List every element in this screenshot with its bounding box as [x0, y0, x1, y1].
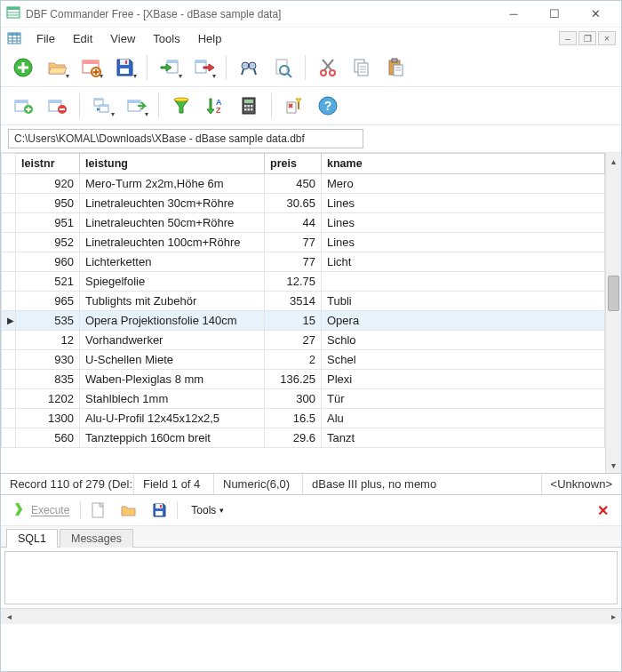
cell-preis[interactable]: 2	[265, 350, 322, 370]
preview-button[interactable]	[267, 52, 298, 83]
file-path-box[interactable]: C:\Users\KOMAL\Downloads\XBase - dBase s…	[8, 129, 363, 148]
paste-button[interactable]	[380, 52, 411, 83]
table-row[interactable]: 560Tanzteppich 160cm breit29.6Tanzt	[2, 428, 605, 448]
cell-preis[interactable]: 16.5	[265, 409, 322, 428]
help-button[interactable]: ?	[313, 91, 343, 121]
delete-record-button[interactable]	[42, 91, 72, 121]
menu-file[interactable]: File	[28, 29, 64, 48]
cell-kname[interactable]: Mero	[322, 174, 605, 194]
cell-leistung[interactable]: Stahlblech 1mm	[80, 389, 265, 409]
table-row[interactable]: 835Waben-Plexiglas 8 mm136.25Plexi	[2, 370, 605, 389]
maximize-button[interactable]: ☐	[534, 1, 575, 28]
sort-button[interactable]: AZ	[200, 91, 230, 121]
structure-button[interactable]	[76, 52, 106, 83]
scroll-right-arrow[interactable]: ▸	[605, 609, 621, 624]
cell-kname[interactable]: Tanzt	[322, 428, 605, 448]
go-button[interactable]	[121, 91, 151, 121]
save-button[interactable]	[109, 52, 140, 83]
scroll-up-arrow[interactable]: ▴	[606, 153, 621, 169]
cell-leistnr[interactable]: 960	[16, 252, 80, 272]
minimize-button[interactable]: ─	[493, 1, 534, 28]
col-kname[interactable]: kname	[322, 154, 605, 174]
cell-leistung[interactable]: U-Schellen Miete	[80, 350, 265, 370]
cell-kname[interactable]: Opera	[322, 311, 605, 331]
horizontal-scrollbar[interactable]: ◂ ▸	[1, 608, 621, 624]
cell-leistung[interactable]: Tublights mit Zubehör	[80, 292, 265, 311]
scroll-down-arrow[interactable]: ▾	[606, 457, 621, 473]
sql-save-button[interactable]	[147, 499, 171, 522]
sql-new-button[interactable]	[86, 499, 111, 522]
mdi-restore-button[interactable]: ❐	[578, 31, 596, 45]
table-row[interactable]: 1202Stahlblech 1mm300Tür	[2, 389, 605, 409]
table-row[interactable]: 12Vorhandwerker27Schlo	[2, 331, 605, 350]
cell-preis[interactable]: 27	[265, 331, 322, 350]
scroll-thumb[interactable]	[608, 276, 619, 311]
tab-messages[interactable]: Messages	[60, 529, 133, 548]
menu-tools[interactable]: Tools	[144, 29, 188, 48]
import-button[interactable]	[155, 52, 185, 83]
sql-close-button[interactable]: ✕	[592, 500, 614, 521]
cell-kname[interactable]: Licht	[322, 252, 605, 272]
table-row[interactable]: 960Lichterketten77Licht	[2, 252, 605, 272]
scroll-track[interactable]	[606, 169, 621, 457]
table-row[interactable]: 951Linetraleuchten 50cm+Röhre44Lines	[2, 213, 605, 233]
cell-leistnr[interactable]: 835	[16, 370, 80, 389]
cell-leistnr[interactable]: 930	[16, 350, 80, 370]
cell-leistnr[interactable]: 1300	[16, 409, 80, 428]
cell-preis[interactable]: 450	[265, 174, 322, 194]
cell-leistnr[interactable]: 965	[16, 292, 80, 311]
cell-leistung[interactable]: Spiegelfolie	[80, 272, 265, 292]
table-row[interactable]: 1300Alu-U-Profil 12x45x12x2,516.5Alu	[2, 409, 605, 428]
export-button[interactable]	[188, 52, 219, 83]
calculate-button[interactable]	[234, 91, 264, 121]
cell-leistung[interactable]: Mero-Turm 2x2m,Höhe 6m	[80, 174, 265, 194]
cell-kname[interactable]: Schel	[322, 350, 605, 370]
sql-tools-dropdown[interactable]: Tools ▾	[183, 500, 232, 520]
menu-help[interactable]: Help	[189, 29, 231, 48]
cut-button[interactable]	[313, 52, 343, 83]
mdi-minimize-button[interactable]: –	[559, 31, 577, 45]
table-row[interactable]: 952Linetraleuchten 100cm+Röhre77Lines	[2, 233, 605, 252]
hscroll-track[interactable]	[17, 609, 605, 624]
sql-open-button[interactable]	[116, 499, 141, 522]
cell-preis[interactable]: 136.25	[265, 370, 322, 389]
cell-leistnr[interactable]: 951	[16, 213, 80, 233]
options-button[interactable]	[279, 91, 309, 121]
table-row[interactable]: 930U-Schellen Miete2Schel	[2, 350, 605, 370]
cell-leistnr[interactable]: 12	[16, 331, 80, 350]
cell-preis[interactable]: 15	[265, 311, 322, 331]
col-leistnr[interactable]: leistnr	[16, 154, 80, 174]
cell-kname[interactable]: Plexi	[322, 370, 605, 389]
cell-preis[interactable]: 300	[265, 389, 322, 409]
table-row[interactable]: 920Mero-Turm 2x2m,Höhe 6m450Mero	[2, 174, 605, 194]
cell-leistnr[interactable]: 952	[16, 233, 80, 252]
cell-kname[interactable]: Schlo	[322, 331, 605, 350]
new-button[interactable]	[8, 52, 38, 83]
header-row[interactable]: leistnr leistung preis kname	[2, 154, 605, 174]
cell-preis[interactable]: 30.65	[265, 194, 322, 213]
cell-kname[interactable]: Tür	[322, 389, 605, 409]
duplicate-button[interactable]	[87, 91, 117, 121]
cell-kname[interactable]	[322, 272, 605, 292]
copy-button[interactable]	[347, 52, 377, 83]
col-preis[interactable]: preis	[265, 154, 322, 174]
cell-leistung[interactable]: Waben-Plexiglas 8 mm	[80, 370, 265, 389]
cell-leistnr[interactable]: 560	[16, 428, 80, 448]
cell-preis[interactable]: 3514	[265, 292, 322, 311]
mdi-close-button[interactable]: ×	[598, 31, 616, 45]
cell-leistung[interactable]: Lichterketten	[80, 252, 265, 272]
scroll-left-arrow[interactable]: ◂	[1, 609, 17, 624]
cell-leistnr[interactable]: 521	[16, 272, 80, 292]
cell-kname[interactable]: Tubli	[322, 292, 605, 311]
execute-button[interactable]: Execute	[8, 500, 75, 521]
cell-leistung[interactable]: Linetraleuchten 30cm+Röhre	[80, 194, 265, 213]
tab-sql1[interactable]: SQL1	[6, 529, 58, 548]
cell-leistnr[interactable]: 1202	[16, 389, 80, 409]
vertical-scrollbar[interactable]: ▴ ▾	[605, 153, 621, 473]
cell-kname[interactable]: Lines	[322, 233, 605, 252]
table-row[interactable]: ▶535Opera Projektionsfolie 140cm15Opera	[2, 311, 605, 331]
cell-leistung[interactable]: Vorhandwerker	[80, 331, 265, 350]
menu-view[interactable]: View	[101, 29, 144, 48]
menu-edit[interactable]: Edit	[64, 29, 101, 48]
col-leistung[interactable]: leistung	[80, 154, 265, 174]
